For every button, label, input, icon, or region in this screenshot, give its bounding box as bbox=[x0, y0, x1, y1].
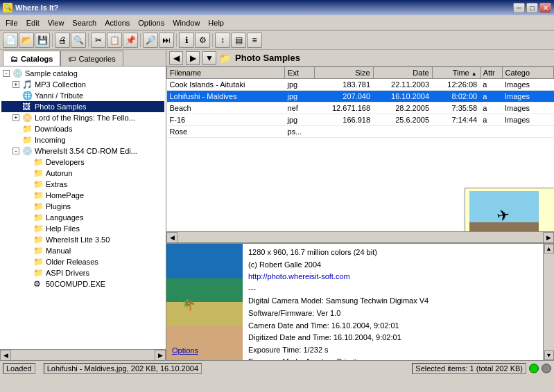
tree-item-languages[interactable]: 📁 Languages bbox=[1, 212, 164, 223]
left-scroll-track[interactable] bbox=[11, 351, 155, 359]
catalog-tabs: 🗂 Catalogs 🏷 Categories bbox=[0, 50, 166, 66]
preview-camera-date: Camera Date and Time: 16.10.2004, 9:02:0… bbox=[248, 320, 537, 332]
whereisit-icon: 💿 bbox=[22, 146, 32, 156]
tree-item-yanni[interactable]: 🌐 Yanni / Tribute bbox=[1, 90, 164, 101]
col-time[interactable]: Time ▲ bbox=[432, 67, 480, 79]
file-name-0: Cook Islands - Aitutaki bbox=[167, 79, 285, 91]
save-button[interactable]: 💾 bbox=[35, 33, 50, 48]
tree-item-mp3[interactable]: + 🎵 MP3 Collection bbox=[1, 79, 164, 90]
paste-button[interactable]: 📌 bbox=[123, 33, 138, 48]
tree-item-helpfiles[interactable]: 📁 Help Files bbox=[1, 223, 164, 234]
preview-url[interactable]: http://photo.whereisit-soft.com bbox=[248, 271, 537, 283]
tab-catalogs[interactable]: 🗂 Catalogs bbox=[3, 51, 60, 66]
tree-item-lite[interactable]: 📁 WhereIsIt Lite 3.50 bbox=[1, 234, 164, 245]
find-next-button[interactable]: ⏭ bbox=[159, 33, 174, 48]
tab-categories[interactable]: 🏷 Categories bbox=[60, 51, 123, 66]
file-ext-0: jpg bbox=[285, 79, 315, 91]
hscroll-right[interactable]: ▶ bbox=[543, 232, 554, 243]
options-button[interactable]: ⚙ bbox=[195, 33, 210, 48]
tree-item-autorun[interactable]: 📁 Autorun bbox=[1, 168, 164, 179]
tree-item-downloads[interactable]: 📁 Downloads bbox=[1, 123, 164, 134]
file-row-0[interactable]: Cook Islands - Aitutaki jpg 183.781 22.1… bbox=[167, 79, 554, 91]
toolbar-sep-3 bbox=[140, 33, 141, 47]
tree-item-plugins[interactable]: 📁 Plugins bbox=[1, 201, 164, 212]
tree-item-incoming[interactable]: 📁 Incoming bbox=[1, 134, 164, 145]
menu-window[interactable]: Window bbox=[168, 17, 204, 28]
menu-edit[interactable]: Edit bbox=[22, 17, 44, 28]
tooltip-thumbnail: ✈ bbox=[469, 191, 539, 231]
preview-sep: --- bbox=[248, 283, 537, 296]
tree-root[interactable]: - 💿 Sample catalog bbox=[1, 68, 164, 79]
preview-firmware: Software/Firmware: Ver 1.0 bbox=[248, 308, 537, 320]
app-icon: 🔍 bbox=[3, 3, 12, 12]
menu-file[interactable]: File bbox=[1, 17, 22, 28]
find-button[interactable]: 🔎 bbox=[143, 33, 158, 48]
menu-options[interactable]: Options bbox=[134, 17, 168, 28]
sort-button[interactable]: ↕ bbox=[215, 33, 230, 48]
maximize-button[interactable]: □ bbox=[526, 3, 538, 13]
left-scroll-right[interactable]: ▶ bbox=[155, 350, 166, 361]
preview-link[interactable]: http://photo.whereisit-soft.com bbox=[248, 272, 350, 280]
lotr-expand[interactable]: + bbox=[12, 114, 19, 121]
preview-camera-model: Digital Camera Model: Samsung Techwin Di… bbox=[248, 295, 537, 308]
tree-item-homepage[interactable]: 📁 HomePage bbox=[1, 190, 164, 201]
toolbar-sep-1 bbox=[52, 33, 53, 47]
tree-item-older-releases[interactable]: 📁 Older Releases bbox=[1, 256, 164, 267]
file-row-2[interactable]: Beach nef 12.671.168 28.2.2005 7:35:58 a… bbox=[167, 103, 554, 114]
tree-item-aspi[interactable]: 📁 ASPI Drivers bbox=[1, 267, 164, 278]
dropdown-button[interactable]: ▼ bbox=[202, 51, 216, 65]
back-button[interactable]: ◀ bbox=[169, 51, 183, 65]
col-category[interactable]: Catego bbox=[502, 67, 553, 79]
tree-item-photo-samples[interactable]: 🖼 Photo Samples bbox=[1, 101, 164, 112]
close-button[interactable]: ✕ bbox=[539, 3, 551, 13]
preview-vscroll: ▲ ▼ bbox=[543, 244, 554, 360]
tree-item-developers[interactable]: 📁 Developers bbox=[1, 157, 164, 168]
options-link[interactable]: Options bbox=[172, 346, 198, 355]
col-attr[interactable]: Attr bbox=[480, 67, 502, 79]
menu-view[interactable]: View bbox=[44, 17, 69, 28]
preview-button[interactable]: 🔍 bbox=[71, 33, 86, 48]
view-button[interactable]: ▤ bbox=[231, 33, 246, 48]
menu-search[interactable]: Search bbox=[68, 17, 101, 28]
properties-button[interactable]: ℹ bbox=[179, 33, 194, 48]
left-scroll-left[interactable]: ◀ bbox=[0, 350, 11, 361]
file-row-4[interactable]: Rose ps... bbox=[167, 126, 554, 138]
file-row-1[interactable]: Lohifushi - Maldives jpg 207.040 16.10.2… bbox=[167, 91, 554, 103]
col-date[interactable]: Date bbox=[373, 67, 432, 79]
open-button[interactable]: 📂 bbox=[19, 33, 34, 48]
minimize-button[interactable]: ─ bbox=[513, 3, 525, 13]
older-releases-icon: 📁 bbox=[33, 257, 43, 267]
file-date-2: 28.2.2005 bbox=[373, 103, 432, 114]
col-filename[interactable]: Filename bbox=[167, 67, 285, 79]
whereisit-expand[interactable]: - bbox=[12, 148, 19, 154]
mp3-expand[interactable]: + bbox=[12, 81, 19, 88]
options-button-preview[interactable]: Options bbox=[172, 346, 198, 355]
status-filename: Lohifushi - Maldives.jpg, 202 KB, 16.10.… bbox=[44, 363, 202, 374]
menu-help[interactable]: Help bbox=[204, 17, 228, 28]
preview-exposure-mode: Exposure Mode: Aperture Priority bbox=[248, 356, 537, 360]
tree-item-extras[interactable]: 📁 Extras bbox=[1, 179, 164, 190]
col-ext[interactable]: Ext bbox=[285, 67, 315, 79]
vscroll-up[interactable]: ▲ bbox=[544, 244, 554, 253]
vscroll-down[interactable]: ▼ bbox=[544, 350, 554, 360]
file-row-3[interactable]: F-16 jpg 166.918 25.6.2005 7:14:44 a Ima… bbox=[167, 114, 554, 126]
downloads-label: Downloads bbox=[35, 125, 72, 133]
hscroll-left[interactable]: ◀ bbox=[166, 232, 178, 243]
tree-item-whereisit[interactable]: - 💿 WhereIsIt 3.54 CD-ROM Edi... bbox=[1, 145, 164, 157]
detail-button[interactable]: ≡ bbox=[247, 33, 262, 48]
tree-item-50comupd[interactable]: ⚙ 50COMUPD.EXE bbox=[1, 278, 164, 289]
tree-item-manual[interactable]: 📁 Manual bbox=[1, 245, 164, 256]
new-button[interactable]: 📄 bbox=[3, 33, 18, 48]
manual-label: Manual bbox=[46, 247, 71, 255]
col-size[interactable]: Size bbox=[314, 67, 373, 79]
print-button[interactable]: 🖨 bbox=[55, 33, 70, 48]
left-panel: 🗂 Catalogs 🏷 Categories - 💿 Sample catal… bbox=[0, 50, 166, 360]
copy-button[interactable]: 📋 bbox=[107, 33, 122, 48]
status-selected: Selected items: 1 (total 202 KB) bbox=[412, 363, 526, 374]
root-expand[interactable]: - bbox=[3, 70, 10, 77]
menu-actions[interactable]: Actions bbox=[101, 17, 134, 28]
tree-item-lotr[interactable]: + 📀 Lord of the Rings: The Fello... bbox=[1, 112, 164, 123]
cut-button[interactable]: ✂ bbox=[91, 33, 106, 48]
menu-bar: File Edit View Search Actions Options Wi… bbox=[0, 15, 554, 30]
forward-button[interactable]: ▶ bbox=[186, 51, 200, 65]
